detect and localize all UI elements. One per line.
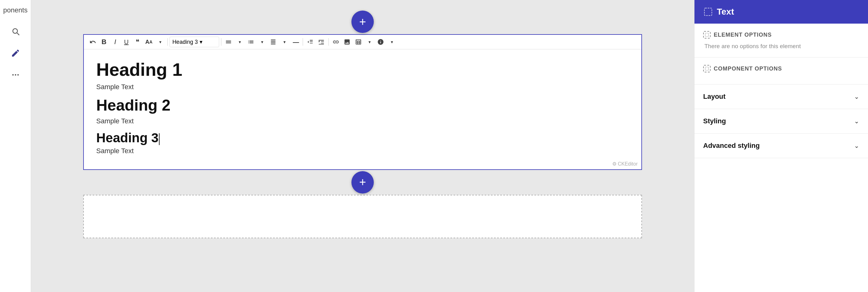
left-sidebar: ponents: [0, 0, 31, 292]
styling-chevron-icon: ⌄: [854, 117, 859, 125]
line-height-dropdown-button[interactable]: ▾: [279, 37, 290, 47]
list-dropdown-button[interactable]: ▾: [257, 37, 267, 47]
undo-button[interactable]: [88, 37, 98, 47]
component-options-section: COMPONENT OPTIONS: [694, 57, 868, 85]
component-options-title: COMPONENT OPTIONS: [703, 65, 859, 72]
element-options-title: ELEMENT OPTIONS: [703, 31, 859, 38]
layout-accordion-label: Layout: [703, 93, 725, 100]
link-button[interactable]: [331, 37, 341, 47]
heading-select-chevron: ▾: [199, 38, 203, 46]
svg-point-1: [14, 74, 16, 76]
editor-content[interactable]: Heading 1 Sample Text Heading 2 Sample T…: [84, 49, 641, 169]
line-height-button[interactable]: [268, 37, 278, 47]
layout-accordion: Layout ⌄: [694, 85, 868, 109]
hr-button[interactable]: —: [290, 37, 301, 47]
add-block-top-button[interactable]: +: [351, 10, 374, 33]
line-height-icon: [270, 38, 277, 46]
styling-accordion-header[interactable]: Styling ⌄: [694, 109, 868, 133]
svg-rect-3: [704, 8, 712, 16]
right-panel-header: Text: [694, 0, 868, 24]
ck-icon: ⚙: [612, 161, 617, 167]
sample-text-1[interactable]: Sample Text: [96, 83, 629, 91]
list-button[interactable]: [246, 37, 256, 47]
link-icon: [333, 38, 339, 46]
sidebar-label: ponents: [3, 6, 27, 14]
editor-toolbar: B I U ❝ AA ▾ Heading 3 ▾ ▾: [84, 35, 641, 49]
heading-1[interactable]: Heading 1: [96, 59, 629, 81]
list-icon: [247, 38, 254, 46]
canvas-wrapper: + B I U ❝ AA ▾ Heading 3 ▾: [31, 0, 694, 247]
undo-icon: [89, 38, 96, 46]
sidebar-more-button[interactable]: [8, 67, 23, 83]
heading-3[interactable]: Heading 3: [96, 130, 629, 146]
heading-2[interactable]: Heading 2: [96, 96, 629, 115]
sample-text-3[interactable]: Sample Text: [96, 147, 629, 155]
dashed-box-icon: [705, 33, 709, 37]
more-icon: [11, 70, 20, 79]
align-dropdown-button[interactable]: ▾: [235, 37, 245, 47]
bold-button[interactable]: B: [99, 37, 109, 47]
editor-section: B I U ❝ AA ▾ Heading 3 ▾ ▾: [83, 34, 642, 170]
align-button[interactable]: [223, 37, 234, 47]
advanced-styling-accordion: Advanced styling ⌄: [694, 134, 868, 158]
component-dashed-box-icon: [705, 66, 709, 71]
edit-icon: [11, 49, 20, 58]
outdent-button[interactable]: [305, 37, 315, 47]
element-options-icon: [703, 31, 711, 38]
font-size-dropdown-button[interactable]: ▾: [155, 37, 165, 47]
outdent-icon: [307, 38, 314, 46]
italic-button[interactable]: I: [110, 37, 120, 47]
table-button[interactable]: [353, 37, 364, 47]
text-block-icon: [703, 7, 713, 17]
underline-button[interactable]: U: [121, 37, 132, 47]
right-panel-title: Text: [717, 7, 734, 17]
right-panel: Text ELEMENT OPTIONS There are no option…: [694, 0, 868, 292]
toolbar-separator-3: [303, 38, 303, 46]
layout-accordion-header[interactable]: Layout ⌄: [694, 85, 868, 109]
special-chars-button[interactable]: [375, 37, 386, 47]
layout-chevron-icon: ⌄: [854, 93, 859, 100]
toolbar-separator-4: [329, 38, 329, 46]
styling-accordion: Styling ⌄: [694, 109, 868, 134]
svg-point-0: [12, 74, 14, 76]
styling-accordion-label: Styling: [703, 117, 726, 125]
heading-select[interactable]: Heading 3 ▾: [169, 37, 219, 47]
indent-button[interactable]: [316, 37, 327, 47]
bottom-empty-section: [83, 195, 642, 238]
svg-rect-4: [705, 33, 709, 37]
search-icon: [11, 27, 20, 36]
component-options-icon: [703, 65, 711, 72]
indent-icon: [318, 38, 325, 46]
advanced-styling-accordion-header[interactable]: Advanced styling ⌄: [694, 134, 868, 158]
table-dropdown-button[interactable]: ▾: [364, 37, 375, 47]
svg-point-2: [17, 74, 19, 76]
advanced-styling-chevron-icon: ⌄: [854, 142, 859, 149]
table-icon: [355, 38, 362, 46]
text-cursor: [159, 133, 160, 145]
font-size-button[interactable]: AA: [144, 37, 154, 47]
sidebar-item-search[interactable]: [8, 24, 23, 39]
special-chars-icon: [377, 38, 384, 46]
element-options-no-options: There are no options for this element: [703, 43, 859, 50]
align-icon: [225, 38, 232, 46]
sample-text-2[interactable]: Sample Text: [96, 117, 629, 125]
image-icon: [344, 38, 350, 46]
toolbar-separator-2: [221, 38, 221, 46]
sidebar-item-edit[interactable]: [8, 46, 23, 61]
top-add-area: +: [83, 9, 642, 34]
advanced-styling-accordion-label: Advanced styling: [703, 142, 760, 150]
between-add-area: +: [83, 170, 642, 195]
svg-rect-5: [705, 67, 709, 70]
element-options-section: ELEMENT OPTIONS There are no options for…: [694, 24, 868, 57]
special-chars-dropdown-button[interactable]: ▾: [386, 37, 397, 47]
toolbar-separator-1: [167, 38, 168, 46]
ckeditor-badge: ⚙ CKEditor: [612, 161, 638, 167]
quote-button[interactable]: ❝: [132, 37, 143, 47]
heading-select-value: Heading 3: [172, 39, 198, 46]
main-canvas: + B I U ❝ AA ▾ Heading 3 ▾: [31, 0, 694, 292]
add-block-middle-button[interactable]: +: [351, 171, 374, 194]
image-button[interactable]: [342, 37, 352, 47]
